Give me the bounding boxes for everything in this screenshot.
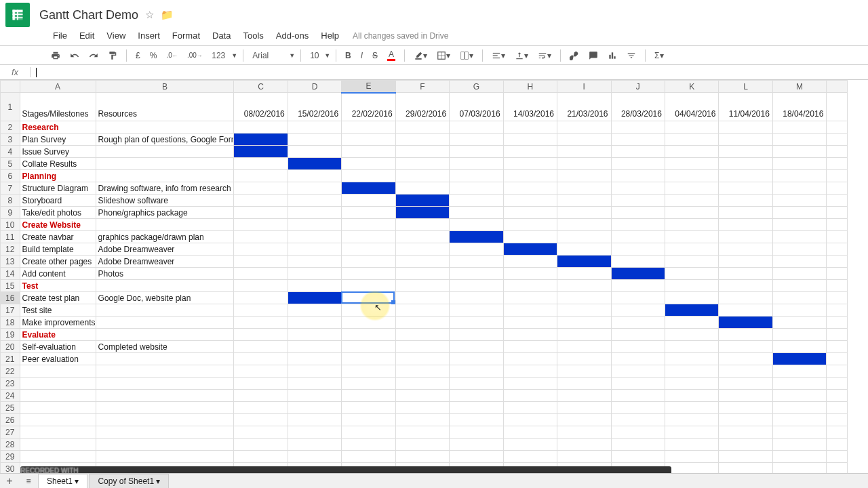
cell-I23[interactable] (557, 378, 611, 390)
cell-C15[interactable] (234, 280, 288, 292)
cell-M5[interactable] (772, 158, 826, 170)
cell-L4[interactable] (719, 146, 772, 158)
cell-J21[interactable] (611, 353, 665, 365)
cell-date-6[interactable]: 21/03/2016 (557, 93, 611, 121)
currency-button[interactable]: £ (132, 49, 144, 62)
cell-I21[interactable] (557, 353, 611, 365)
cell-J11[interactable] (611, 231, 665, 243)
cell-L20[interactable] (719, 341, 772, 353)
cell-G7[interactable] (450, 182, 503, 195)
menu-tools[interactable]: Tools (237, 28, 269, 43)
col-head-G[interactable]: G (450, 81, 503, 93)
cell-G2[interactable] (450, 121, 503, 134)
cell-D7[interactable] (288, 182, 341, 195)
cell-E20[interactable] (342, 341, 395, 353)
cell-J10[interactable] (611, 219, 665, 231)
cell-C22[interactable] (234, 365, 288, 378)
cell-I24[interactable] (557, 390, 611, 402)
cell-F6[interactable] (395, 170, 449, 182)
row-head-10[interactable]: 10 (1, 219, 20, 231)
menu-view[interactable]: View (101, 28, 131, 43)
cell-D18[interactable] (288, 317, 341, 329)
row-head-27[interactable]: 27 (1, 426, 20, 439)
cell-C28[interactable] (234, 439, 288, 451)
cell-K22[interactable] (665, 365, 718, 378)
cell-K14[interactable] (665, 268, 718, 280)
cell-G10[interactable] (450, 219, 503, 231)
merge-button[interactable]: ▾ (456, 49, 477, 62)
cell-E19[interactable] (342, 329, 395, 341)
cell-J15[interactable] (611, 280, 665, 292)
wrap-button[interactable]: ▾ (534, 49, 555, 62)
cell-H10[interactable] (503, 219, 557, 231)
col-head-F[interactable]: F (395, 81, 449, 93)
cell-M10[interactable] (772, 219, 826, 231)
cell-J25[interactable] (611, 402, 665, 414)
cell-C5[interactable] (234, 158, 288, 170)
cell-F2[interactable] (395, 121, 449, 134)
cell-H12[interactable] (503, 243, 557, 256)
cell-H7[interactable] (503, 182, 557, 195)
cell-A8[interactable]: Storyboard (20, 195, 96, 207)
cell-A17[interactable]: Test site (20, 304, 96, 317)
cell-M2[interactable] (772, 121, 826, 134)
cell-A23[interactable] (20, 378, 96, 390)
cell-J26[interactable] (611, 414, 665, 426)
cell-K2[interactable] (665, 121, 718, 134)
cell-A6[interactable]: Planning (20, 170, 96, 182)
cell-B20[interactable]: Completed website (96, 341, 234, 353)
row-head-5[interactable]: 5 (1, 158, 20, 170)
add-sheet-button[interactable]: + (0, 475, 19, 487)
cell-H18[interactable] (503, 317, 557, 329)
cell-D9[interactable] (288, 207, 341, 219)
borders-button[interactable]: ▾ (433, 49, 454, 62)
cell-E26[interactable] (342, 414, 395, 426)
cell-A18[interactable]: Make improvements (20, 317, 96, 329)
cell-E11[interactable] (342, 231, 395, 243)
cell-H17[interactable] (503, 304, 557, 317)
cell-L28[interactable] (719, 439, 772, 451)
row-head-24[interactable]: 24 (1, 390, 20, 402)
cell-D3[interactable] (288, 134, 341, 146)
cell-A20[interactable]: Self-evaluation (20, 341, 96, 353)
col-head-C[interactable]: C (234, 81, 288, 93)
cell-K6[interactable] (665, 170, 718, 182)
cell-E2[interactable] (342, 121, 395, 134)
cell-K24[interactable] (665, 390, 718, 402)
cell-K28[interactable] (665, 439, 718, 451)
cell-H29[interactable] (503, 451, 557, 463)
dec-more-button[interactable]: .00→ (184, 49, 205, 61)
cell-I14[interactable] (557, 268, 611, 280)
cell-D19[interactable] (288, 329, 341, 341)
halign-button[interactable]: ▾ (488, 49, 509, 62)
cell-B9[interactable]: Phone/graphics package (96, 207, 234, 219)
cell-L22[interactable] (719, 365, 772, 378)
cell-F14[interactable] (395, 268, 449, 280)
cell-D28[interactable] (288, 439, 341, 451)
format-123-button[interactable]: 123 (208, 49, 229, 62)
cell-I27[interactable] (557, 426, 611, 439)
row-head-29[interactable]: 29 (1, 451, 20, 463)
cell-E28[interactable] (342, 439, 395, 451)
cell-C17[interactable] (234, 304, 288, 317)
cell-K8[interactable] (665, 195, 718, 207)
cell-G11[interactable] (450, 231, 503, 243)
cell-C7[interactable] (234, 182, 288, 195)
row-head-13[interactable]: 13 (1, 256, 20, 268)
cell-date-3[interactable]: 29/02/2016 (395, 93, 449, 121)
cell-C2[interactable] (234, 121, 288, 134)
cell-M17[interactable] (772, 304, 826, 317)
cell-I4[interactable] (557, 146, 611, 158)
cell-F28[interactable] (395, 439, 449, 451)
cell-E3[interactable] (342, 134, 395, 146)
cell-L14[interactable] (719, 268, 772, 280)
cell-K19[interactable] (665, 329, 718, 341)
cell-D12[interactable] (288, 243, 341, 256)
menu-format[interactable]: Format (167, 28, 205, 43)
cell-K10[interactable] (665, 219, 718, 231)
cell-E6[interactable] (342, 170, 395, 182)
cell-D13[interactable] (288, 256, 341, 268)
cell-L5[interactable] (719, 158, 772, 170)
menu-addons[interactable]: Add-ons (271, 28, 314, 43)
menu-insert[interactable]: Insert (132, 28, 165, 43)
